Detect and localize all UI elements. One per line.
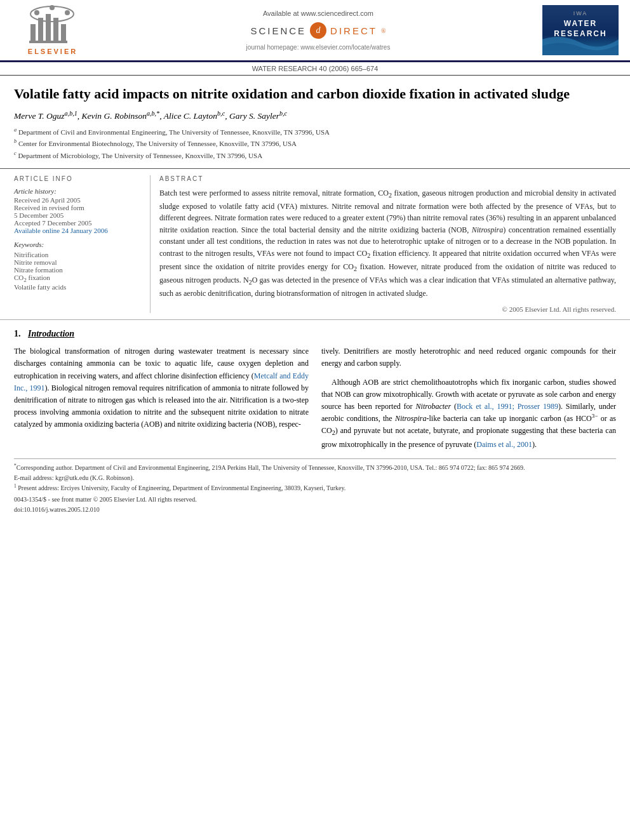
- intro-right-p2: Although AOB are strict chemolithoautotr…: [321, 377, 616, 451]
- intro-left: The biological transformation of nitroge…: [14, 345, 309, 451]
- info-abstract-section: ARTICLE INFO Article history: Received 2…: [0, 169, 630, 321]
- received-revised-label: Received in revised form: [14, 204, 141, 211]
- sd-icon: d: [310, 22, 326, 39]
- abstract-text: Batch test were performed to assess nitr…: [159, 187, 616, 300]
- wave-decoration: [542, 33, 619, 55]
- doi-text: doi:10.1016/j.watres.2005.12.010: [14, 506, 100, 513]
- keyword-nitrate-formation: Nitrate formation: [14, 266, 141, 274]
- footnote-doi: doi:10.1016/j.watres.2005.12.010: [14, 505, 616, 515]
- intro-title-text: Introduction: [28, 329, 74, 338]
- keyword-co2: CO2 fixation: [14, 274, 141, 283]
- bock-link: Bock et al., 1991; Prosser 1989: [457, 402, 558, 411]
- elsevier-label: ELSEVIER: [28, 48, 77, 55]
- intro-body: The biological transformation of nitroge…: [14, 345, 616, 451]
- author-1: Merve T. Oguza,b,1: [14, 111, 77, 121]
- author-3: Alice C. Laytonb,c: [164, 111, 225, 121]
- history-label: Article history:: [14, 187, 141, 195]
- journal-reference: WATER RESEARCH 40 (2006) 665–674: [0, 62, 630, 76]
- copyright-code: 0043-1354/$ - see front matter © 2005 El…: [14, 496, 197, 503]
- wave-icon: [542, 33, 619, 55]
- registered-mark: ®: [381, 27, 386, 34]
- article-info-label: ARTICLE INFO: [14, 175, 141, 182]
- intro-title: 1. Introduction: [14, 329, 616, 339]
- intro-number: 1.: [14, 329, 21, 338]
- svg-point-9: [65, 10, 70, 15]
- keyword-nitrification: Nitrification: [14, 251, 141, 258]
- affiliations: a Department of Civil and Environmental …: [14, 126, 616, 162]
- footnotes-section: *Corresponding author. Department of Civ…: [14, 458, 616, 515]
- keyword-nitrite-removal: Nitrite removal: [14, 258, 141, 266]
- intro-right-p1: tively. Denitrifiers are mostly heterotr…: [321, 345, 616, 370]
- svg-rect-6: [29, 41, 67, 43]
- footnote-present: 1 Present address: Erciyes University, F…: [14, 483, 616, 493]
- footnote-email: E-mail address: kgr@utk.edu (K.G. Robins…: [14, 473, 616, 483]
- iwa-label: IWA: [573, 10, 588, 17]
- accepted-date: Accepted 7 December 2005: [14, 219, 141, 227]
- svg-point-7: [34, 10, 39, 15]
- sciencedirect-logo: SCIENCE d DIRECT ®: [250, 22, 385, 39]
- science-text: SCIENCE: [250, 25, 306, 36]
- article-title-section: Volatile fatty acid impacts on nitrite o…: [0, 76, 630, 169]
- center-header: Available at www.sciencedirect.com SCIEN…: [100, 5, 536, 55]
- keywords-label: Keywords:: [14, 241, 141, 248]
- author-4: Gary S. Saylerb,c: [229, 111, 287, 121]
- affiliation-a: a Department of Civil and Environmental …: [14, 126, 616, 138]
- article-info-col: ARTICLE INFO Article history: Received 2…: [14, 175, 151, 314]
- svg-rect-4: [61, 24, 66, 42]
- affiliation-c: c Department of Microbiology, The Univer…: [14, 150, 616, 162]
- abstract-col: ABSTRACT Batch test were performed to as…: [151, 175, 616, 314]
- svg-rect-0: [30, 24, 36, 42]
- journal-homepage: journal homepage: www.elsevier.com/locat…: [246, 44, 391, 51]
- copyright-line: © 2005 Elsevier Ltd. All rights reserved…: [159, 305, 616, 313]
- author-2: Kevin G. Robinsona,b,*: [82, 111, 160, 121]
- affiliation-b: b Center for Environmental Biotechnology…: [14, 138, 616, 150]
- keyword-vfa: Volatile fatty acids: [14, 283, 141, 291]
- svg-rect-2: [46, 14, 51, 42]
- daims-link: Daims et al., 2001: [476, 440, 532, 449]
- authors-line: Merve T. Oguza,b,1, Kevin G. Robinsona,b…: [14, 111, 616, 121]
- metcalf-link: Metcalf and Eddy Inc., 1991: [14, 371, 309, 392]
- footnote-corresponding: *Corresponding author. Department of Civ…: [14, 463, 616, 473]
- wr-badge: IWA WATERRESEARCH: [542, 5, 619, 55]
- introduction-section: 1. Introduction The biological transform…: [0, 320, 630, 456]
- received-date: Received 26 April 2005: [14, 196, 141, 204]
- article-main-title: Volatile fatty acid impacts on nitrite o…: [14, 84, 616, 103]
- available-url: Available at www.sciencedirect.com: [263, 10, 373, 17]
- abstract-label: ABSTRACT: [159, 175, 616, 182]
- elsevier-tree-icon: [24, 5, 81, 46]
- elsevier-logo: ELSEVIER: [11, 5, 94, 55]
- received-revised-date: 5 December 2005: [14, 211, 141, 219]
- direct-text: DIRECT: [330, 25, 377, 36]
- svg-point-8: [50, 5, 55, 10]
- journal-header: ELSEVIER Available at www.sciencedirect.…: [0, 0, 630, 62]
- footnote-copyright: 0043-1354/$ - see front matter © 2005 El…: [14, 495, 616, 505]
- intro-left-p1: The biological transformation of nitroge…: [14, 345, 309, 430]
- available-online: Available online 24 January 2006: [14, 227, 141, 234]
- intro-right: tively. Denitrifiers are mostly heterotr…: [321, 345, 616, 451]
